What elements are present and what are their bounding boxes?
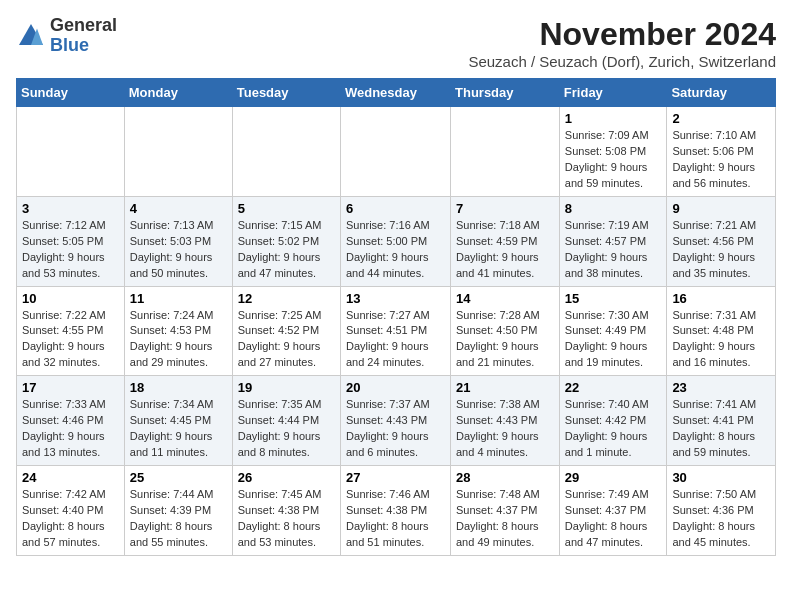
calendar-cell: [124, 107, 232, 197]
day-info: Sunrise: 7:19 AM Sunset: 4:57 PM Dayligh…: [565, 218, 662, 282]
day-info: Sunrise: 7:35 AM Sunset: 4:44 PM Dayligh…: [238, 397, 335, 461]
day-info: Sunrise: 7:41 AM Sunset: 4:41 PM Dayligh…: [672, 397, 770, 461]
day-info: Sunrise: 7:24 AM Sunset: 4:53 PM Dayligh…: [130, 308, 227, 372]
calendar-cell: 6Sunrise: 7:16 AM Sunset: 5:00 PM Daylig…: [340, 196, 450, 286]
day-info: Sunrise: 7:25 AM Sunset: 4:52 PM Dayligh…: [238, 308, 335, 372]
day-number: 25: [130, 470, 227, 485]
day-info: Sunrise: 7:30 AM Sunset: 4:49 PM Dayligh…: [565, 308, 662, 372]
location-subtitle: Seuzach / Seuzach (Dorf), Zurich, Switze…: [468, 53, 776, 70]
calendar-cell: 18Sunrise: 7:34 AM Sunset: 4:45 PM Dayli…: [124, 376, 232, 466]
day-number: 6: [346, 201, 445, 216]
calendar-cell: [232, 107, 340, 197]
calendar-cell: 27Sunrise: 7:46 AM Sunset: 4:38 PM Dayli…: [340, 466, 450, 556]
day-info: Sunrise: 7:49 AM Sunset: 4:37 PM Dayligh…: [565, 487, 662, 551]
day-info: Sunrise: 7:09 AM Sunset: 5:08 PM Dayligh…: [565, 128, 662, 192]
day-info: Sunrise: 7:18 AM Sunset: 4:59 PM Dayligh…: [456, 218, 554, 282]
day-number: 16: [672, 291, 770, 306]
calendar-cell: [340, 107, 450, 197]
weekday-header-wednesday: Wednesday: [340, 79, 450, 107]
day-info: Sunrise: 7:42 AM Sunset: 4:40 PM Dayligh…: [22, 487, 119, 551]
day-info: Sunrise: 7:45 AM Sunset: 4:38 PM Dayligh…: [238, 487, 335, 551]
calendar-cell: 16Sunrise: 7:31 AM Sunset: 4:48 PM Dayli…: [667, 286, 776, 376]
calendar-cell: 11Sunrise: 7:24 AM Sunset: 4:53 PM Dayli…: [124, 286, 232, 376]
day-info: Sunrise: 7:33 AM Sunset: 4:46 PM Dayligh…: [22, 397, 119, 461]
calendar-week-5: 24Sunrise: 7:42 AM Sunset: 4:40 PM Dayli…: [17, 466, 776, 556]
day-number: 21: [456, 380, 554, 395]
day-number: 15: [565, 291, 662, 306]
calendar-cell: 20Sunrise: 7:37 AM Sunset: 4:43 PM Dayli…: [340, 376, 450, 466]
day-info: Sunrise: 7:16 AM Sunset: 5:00 PM Dayligh…: [346, 218, 445, 282]
calendar-cell: 19Sunrise: 7:35 AM Sunset: 4:44 PM Dayli…: [232, 376, 340, 466]
logo-text: General Blue: [50, 16, 117, 56]
day-info: Sunrise: 7:13 AM Sunset: 5:03 PM Dayligh…: [130, 218, 227, 282]
weekday-header-saturday: Saturday: [667, 79, 776, 107]
calendar-cell: 29Sunrise: 7:49 AM Sunset: 4:37 PM Dayli…: [559, 466, 667, 556]
day-info: Sunrise: 7:37 AM Sunset: 4:43 PM Dayligh…: [346, 397, 445, 461]
day-info: Sunrise: 7:34 AM Sunset: 4:45 PM Dayligh…: [130, 397, 227, 461]
day-number: 9: [672, 201, 770, 216]
calendar-week-3: 10Sunrise: 7:22 AM Sunset: 4:55 PM Dayli…: [17, 286, 776, 376]
calendar-cell: 21Sunrise: 7:38 AM Sunset: 4:43 PM Dayli…: [451, 376, 560, 466]
calendar-cell: 25Sunrise: 7:44 AM Sunset: 4:39 PM Dayli…: [124, 466, 232, 556]
day-number: 7: [456, 201, 554, 216]
day-number: 2: [672, 111, 770, 126]
weekday-header-row: SundayMondayTuesdayWednesdayThursdayFrid…: [17, 79, 776, 107]
weekday-header-thursday: Thursday: [451, 79, 560, 107]
calendar-week-1: 1Sunrise: 7:09 AM Sunset: 5:08 PM Daylig…: [17, 107, 776, 197]
calendar-cell: 15Sunrise: 7:30 AM Sunset: 4:49 PM Dayli…: [559, 286, 667, 376]
day-number: 1: [565, 111, 662, 126]
title-block: November 2024 Seuzach / Seuzach (Dorf), …: [468, 16, 776, 70]
calendar-cell: 9Sunrise: 7:21 AM Sunset: 4:56 PM Daylig…: [667, 196, 776, 286]
day-number: 19: [238, 380, 335, 395]
day-info: Sunrise: 7:22 AM Sunset: 4:55 PM Dayligh…: [22, 308, 119, 372]
day-info: Sunrise: 7:40 AM Sunset: 4:42 PM Dayligh…: [565, 397, 662, 461]
calendar-cell: 2Sunrise: 7:10 AM Sunset: 5:06 PM Daylig…: [667, 107, 776, 197]
calendar-cell: 7Sunrise: 7:18 AM Sunset: 4:59 PM Daylig…: [451, 196, 560, 286]
calendar-cell: 8Sunrise: 7:19 AM Sunset: 4:57 PM Daylig…: [559, 196, 667, 286]
day-number: 3: [22, 201, 119, 216]
calendar-table: SundayMondayTuesdayWednesdayThursdayFrid…: [16, 78, 776, 556]
weekday-header-monday: Monday: [124, 79, 232, 107]
day-info: Sunrise: 7:21 AM Sunset: 4:56 PM Dayligh…: [672, 218, 770, 282]
calendar-cell: 30Sunrise: 7:50 AM Sunset: 4:36 PM Dayli…: [667, 466, 776, 556]
day-number: 20: [346, 380, 445, 395]
logo-icon: [16, 21, 46, 51]
day-number: 13: [346, 291, 445, 306]
calendar-cell: 17Sunrise: 7:33 AM Sunset: 4:46 PM Dayli…: [17, 376, 125, 466]
day-number: 17: [22, 380, 119, 395]
weekday-header-tuesday: Tuesday: [232, 79, 340, 107]
day-number: 5: [238, 201, 335, 216]
calendar-cell: 14Sunrise: 7:28 AM Sunset: 4:50 PM Dayli…: [451, 286, 560, 376]
calendar-week-4: 17Sunrise: 7:33 AM Sunset: 4:46 PM Dayli…: [17, 376, 776, 466]
day-info: Sunrise: 7:10 AM Sunset: 5:06 PM Dayligh…: [672, 128, 770, 192]
calendar-cell: 22Sunrise: 7:40 AM Sunset: 4:42 PM Dayli…: [559, 376, 667, 466]
calendar-cell: 12Sunrise: 7:25 AM Sunset: 4:52 PM Dayli…: [232, 286, 340, 376]
day-info: Sunrise: 7:31 AM Sunset: 4:48 PM Dayligh…: [672, 308, 770, 372]
day-number: 4: [130, 201, 227, 216]
calendar-cell: 28Sunrise: 7:48 AM Sunset: 4:37 PM Dayli…: [451, 466, 560, 556]
day-number: 14: [456, 291, 554, 306]
day-info: Sunrise: 7:48 AM Sunset: 4:37 PM Dayligh…: [456, 487, 554, 551]
day-number: 26: [238, 470, 335, 485]
day-number: 30: [672, 470, 770, 485]
calendar-cell: 4Sunrise: 7:13 AM Sunset: 5:03 PM Daylig…: [124, 196, 232, 286]
logo: General Blue: [16, 16, 117, 56]
day-info: Sunrise: 7:15 AM Sunset: 5:02 PM Dayligh…: [238, 218, 335, 282]
day-number: 27: [346, 470, 445, 485]
calendar-cell: 26Sunrise: 7:45 AM Sunset: 4:38 PM Dayli…: [232, 466, 340, 556]
day-number: 10: [22, 291, 119, 306]
calendar-cell: 10Sunrise: 7:22 AM Sunset: 4:55 PM Dayli…: [17, 286, 125, 376]
day-number: 12: [238, 291, 335, 306]
day-number: 24: [22, 470, 119, 485]
calendar-cell: 3Sunrise: 7:12 AM Sunset: 5:05 PM Daylig…: [17, 196, 125, 286]
day-info: Sunrise: 7:50 AM Sunset: 4:36 PM Dayligh…: [672, 487, 770, 551]
day-info: Sunrise: 7:28 AM Sunset: 4:50 PM Dayligh…: [456, 308, 554, 372]
calendar-week-2: 3Sunrise: 7:12 AM Sunset: 5:05 PM Daylig…: [17, 196, 776, 286]
weekday-header-friday: Friday: [559, 79, 667, 107]
weekday-header-sunday: Sunday: [17, 79, 125, 107]
day-number: 18: [130, 380, 227, 395]
calendar-cell: 5Sunrise: 7:15 AM Sunset: 5:02 PM Daylig…: [232, 196, 340, 286]
day-number: 22: [565, 380, 662, 395]
day-info: Sunrise: 7:27 AM Sunset: 4:51 PM Dayligh…: [346, 308, 445, 372]
day-number: 29: [565, 470, 662, 485]
